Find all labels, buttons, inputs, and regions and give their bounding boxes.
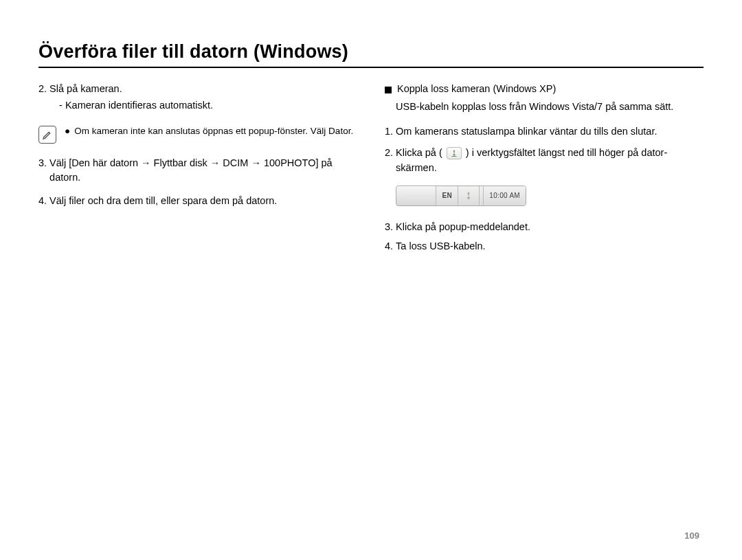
taskbar-tray: EN 10:00 AM: [396, 186, 526, 206]
step-number: 4.: [38, 194, 47, 209]
step-4: 4. Välj filer och dra dem till, eller sp…: [38, 194, 357, 209]
square-bullet-icon: [385, 87, 392, 93]
step-number: 3.: [38, 156, 47, 186]
step-3: 3. Välj [Den här datorn → Flyttbar disk …: [38, 156, 357, 186]
svg-point-1: [468, 197, 471, 199]
heading-sub: USB-kabeln kopplas loss från Windows Vis…: [396, 100, 704, 115]
left-column: 2. Slå på kameran. - Kameran identifiera…: [38, 82, 357, 258]
step-text-pre: Klicka på (: [396, 147, 442, 158]
step-number: 3.: [385, 220, 393, 235]
note-box: ● Om kameran inte kan anslutas öppnas et…: [38, 124, 357, 144]
step-number: 4.: [385, 239, 393, 254]
pencil-note-icon: [38, 126, 56, 144]
step-sub: - Kameran identifieras automatiskt.: [59, 98, 357, 113]
step-text: Välj [Den här datorn → Flyttbar disk → D…: [49, 156, 357, 186]
svg-point-0: [453, 154, 455, 156]
step-body: Slå på kameran. - Kameran identifieras a…: [49, 82, 357, 113]
right-column: Koppla loss kameran (Windows XP) USB-kab…: [385, 82, 704, 258]
r-step-2: 2. Klicka på ( ) i verktygsfältet längst…: [385, 146, 704, 176]
bullet-icon: ●: [65, 124, 70, 138]
step-text: Om kamerans statuslampa blinkar väntar d…: [396, 124, 704, 139]
heading-text: Koppla loss kameran (Windows XP): [397, 82, 556, 97]
two-column-layout: 2. Slå på kameran. - Kameran identifiera…: [38, 82, 704, 258]
manual-page: Överföra filer till datorn (Windows) 2. …: [0, 0, 742, 560]
r-step-1: 1. Om kamerans statuslampa blinkar vänta…: [385, 124, 704, 139]
step-number: 2.: [385, 146, 393, 176]
subsection-heading: Koppla loss kameran (Windows XP): [385, 82, 704, 97]
note-content: ● Om kameran inte kan anslutas öppnas et…: [63, 124, 353, 138]
tray-language: EN: [436, 186, 458, 205]
safely-remove-icon: [447, 147, 462, 159]
tray-remove-icon: [458, 186, 479, 205]
r-step-4: 4. Ta loss USB-kabeln.: [385, 239, 704, 254]
step-text: Klicka på popup-meddelandet.: [396, 220, 704, 235]
page-title: Överföra filer till datorn (Windows): [38, 41, 704, 68]
step-body: Klicka på ( ) i verktygsfältet längst ne…: [396, 146, 704, 176]
tray-clock: 10:00 AM: [483, 186, 526, 205]
step-text: Slå på kameran.: [49, 83, 122, 94]
step-text: Välj filer och dra dem till, eller spara…: [49, 194, 357, 209]
step-number: 1.: [385, 124, 393, 139]
tray-spacer: [396, 186, 436, 205]
note-text: Om kameran inte kan anslutas öppnas ett …: [74, 124, 353, 138]
step-text: Ta loss USB-kabeln.: [396, 239, 704, 254]
page-number: 109: [684, 530, 699, 541]
step-2: 2. Slå på kameran. - Kameran identifiera…: [38, 82, 357, 113]
r-step-3: 3. Klicka på popup-meddelandet.: [385, 220, 704, 235]
step-number: 2.: [38, 82, 47, 113]
